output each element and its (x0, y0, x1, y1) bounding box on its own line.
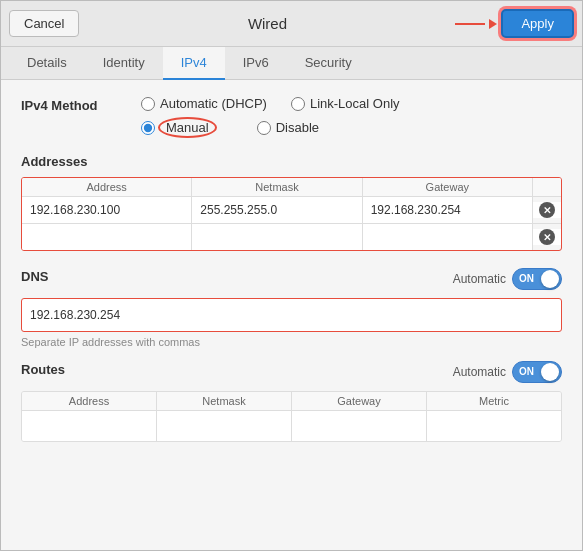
dns-section-header: DNS Automatic ON (21, 265, 562, 292)
ipv4-method-options: Automatic (DHCP) Link-Local Only Manual … (141, 96, 400, 138)
method-link-local-label: Link-Local Only (310, 96, 400, 111)
dns-section: DNS Automatic ON Separate IP addresses w… (21, 265, 562, 348)
dns-toggle-knob (541, 270, 559, 288)
addresses-table: Address Netmask Gateway (21, 177, 562, 251)
method-auto-dhcp-label: Automatic (DHCP) (160, 96, 267, 111)
routes-address-cell (22, 411, 157, 441)
tab-identity[interactable]: Identity (85, 47, 163, 80)
dns-hint-text: Separate IP addresses with commas (21, 336, 562, 348)
delete-icon-2: ✕ (539, 229, 555, 245)
address-input-1[interactable] (22, 197, 191, 223)
tab-security[interactable]: Security (287, 47, 370, 80)
routes-netmask-cell (157, 411, 292, 441)
dns-toggle-label: Automatic (453, 272, 506, 286)
apply-button[interactable]: Apply (501, 9, 574, 38)
netmask-cell-2 (192, 224, 362, 250)
dns-input[interactable] (21, 298, 562, 332)
netmask-cell-1 (192, 197, 362, 223)
ipv4-method-row: IPv4 Method Automatic (DHCP) Link-Local … (21, 96, 562, 138)
routes-toggle-knob (541, 363, 559, 381)
routes-toggle-label: Automatic (453, 365, 506, 379)
arrow-line (455, 23, 485, 25)
routes-gateway-cell (292, 411, 427, 441)
dns-toggle-on-text: ON (519, 273, 534, 284)
dns-label: DNS (21, 269, 48, 284)
gateway-input-2[interactable] (363, 224, 532, 250)
routes-col-metric: Metric (427, 392, 561, 410)
arrow-indicator: Apply (455, 9, 574, 38)
routes-col-gateway: Gateway (292, 392, 427, 410)
address-cell-1 (22, 197, 192, 223)
routes-col-address: Address (22, 392, 157, 410)
method-options-row1: Automatic (DHCP) Link-Local Only (141, 96, 400, 111)
address-row-1: ✕ (22, 197, 561, 224)
tabs-bar: Details Identity IPv4 IPv6 Security (1, 47, 582, 80)
addresses-label: Addresses (21, 154, 562, 169)
tab-details[interactable]: Details (9, 47, 85, 80)
routes-toggle-container: Automatic ON (453, 361, 562, 383)
dns-automatic-toggle[interactable]: ON (512, 268, 562, 290)
tab-ipv6[interactable]: IPv6 (225, 47, 287, 80)
method-options-row2: Manual Disable (141, 117, 400, 138)
netmask-input-1[interactable] (192, 197, 361, 223)
routes-header-row: Address Netmask Gateway Metric (22, 392, 561, 411)
method-manual-label: Manual (158, 117, 217, 138)
method-disable-label: Disable (276, 120, 319, 135)
netmask-input-2[interactable] (192, 224, 361, 250)
routes-toggle-on-text: ON (519, 366, 534, 377)
routes-automatic-toggle[interactable]: ON (512, 361, 562, 383)
delete-row-1[interactable]: ✕ (533, 202, 561, 218)
radio-disable[interactable] (257, 121, 271, 135)
cancel-button[interactable]: Cancel (9, 10, 79, 37)
delete-row-2[interactable]: ✕ (533, 229, 561, 245)
radio-auto-dhcp[interactable] (141, 97, 155, 111)
col-gateway: Gateway (363, 178, 533, 196)
delete-icon-1: ✕ (539, 202, 555, 218)
routes-metric-cell (427, 411, 561, 441)
dns-toggle-container: Automatic ON (453, 268, 562, 290)
routes-section-header: Routes Automatic ON (21, 358, 562, 385)
gateway-input-1[interactable] (363, 197, 532, 223)
content-area: IPv4 Method Automatic (DHCP) Link-Local … (1, 80, 582, 550)
routes-label: Routes (21, 362, 65, 377)
gateway-cell-2 (363, 224, 533, 250)
col-netmask: Netmask (192, 178, 362, 196)
tab-ipv4[interactable]: IPv4 (163, 47, 225, 80)
titlebar: Cancel Wired Apply (1, 1, 582, 47)
address-input-2[interactable] (22, 224, 191, 250)
radio-link-local[interactable] (291, 97, 305, 111)
window-title: Wired (248, 15, 287, 32)
method-disable[interactable]: Disable (257, 117, 319, 138)
method-link-local[interactable]: Link-Local Only (291, 96, 400, 111)
method-auto-dhcp[interactable]: Automatic (DHCP) (141, 96, 267, 111)
radio-manual[interactable] (141, 121, 155, 135)
addresses-section: Addresses Address Netmask Gateway (21, 154, 562, 251)
wired-settings-window: Cancel Wired Apply Details Identity IPv4… (0, 0, 583, 551)
addresses-header-row: Address Netmask Gateway (22, 178, 561, 197)
routes-table: Address Netmask Gateway Metric (21, 391, 562, 442)
ipv4-method-label: IPv4 Method (21, 96, 141, 113)
routes-data-row (22, 411, 561, 441)
routes-section: Routes Automatic ON Address Netmask Gate… (21, 358, 562, 442)
arrow-head (489, 19, 497, 29)
gateway-cell-1 (363, 197, 533, 223)
method-manual[interactable]: Manual (141, 117, 217, 138)
col-address: Address (22, 178, 192, 196)
address-cell-2 (22, 224, 192, 250)
routes-col-netmask: Netmask (157, 392, 292, 410)
address-row-2: ✕ (22, 224, 561, 250)
